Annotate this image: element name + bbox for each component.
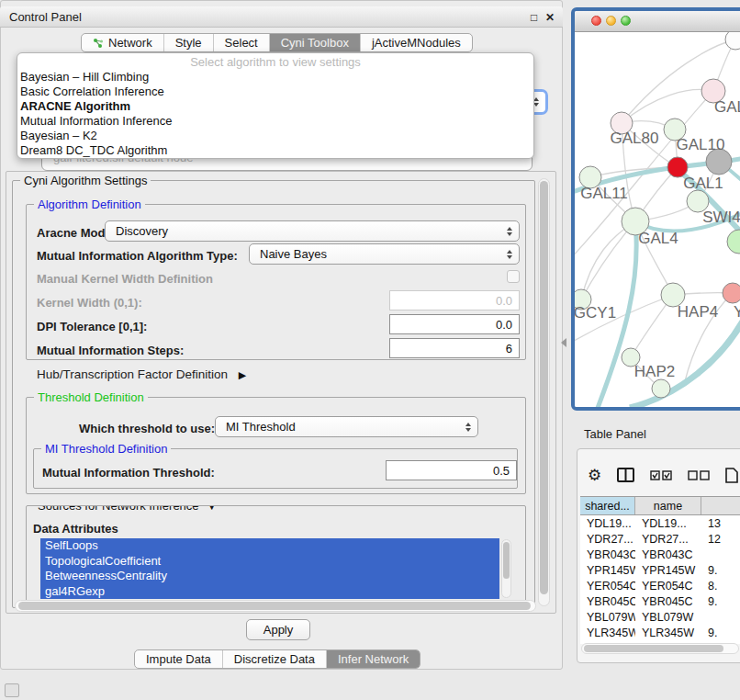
tab-jactivemnodules-label: jActiveMNodules bbox=[372, 36, 461, 50]
cell-name: YBL079W bbox=[635, 611, 701, 624]
mi-threshold-field[interactable]: 0.5 bbox=[386, 460, 517, 480]
dropdown-item[interactable]: Bayesian – Hill Climbing bbox=[17, 70, 533, 85]
settings-vertical-scrollbar[interactable] bbox=[538, 178, 550, 606]
network-node-salmon[interactable] bbox=[723, 283, 740, 303]
network-canvas[interactable]: GAL GAL80 GAL10 GAL1 GAL11 SWI4 GAL4 GCY… bbox=[575, 32, 740, 408]
tab-cyni-toolbox[interactable]: Cyni Toolbox bbox=[269, 34, 360, 51]
tab-discretize-data[interactable]: Discretize Data bbox=[222, 650, 326, 668]
cell-col3: 9. bbox=[701, 627, 740, 639]
document-icon[interactable] bbox=[725, 468, 738, 483]
node-label: GAL4 bbox=[638, 230, 678, 247]
cell-col3: 12 bbox=[701, 533, 740, 546]
cell-col3: 13 bbox=[701, 517, 740, 530]
tab-impute-data[interactable]: Impute Data bbox=[135, 650, 222, 668]
splitter-collapse-arrow-icon[interactable] bbox=[561, 338, 566, 347]
attribute-item-selected[interactable]: TopologicalCoefficient bbox=[40, 554, 499, 570]
which-threshold-label: Which threshold to use: bbox=[79, 422, 215, 435]
node-label: GAL bbox=[714, 98, 740, 116]
select-all-checkboxes-icon[interactable] bbox=[650, 470, 672, 480]
mi-algorithm-type-label: Mutual Information Algorithm Type: bbox=[37, 249, 238, 263]
table-row[interactable]: YER054C YER054C 8. bbox=[580, 578, 740, 593]
cell-name: YER054C bbox=[635, 580, 701, 593]
table-horizontal-scrollbar[interactable] bbox=[581, 643, 739, 654]
mi-algorithm-type-combobox[interactable]: Naive Bayes bbox=[249, 243, 520, 265]
tab-jactivemnodules[interactable]: jActiveMNodules bbox=[360, 34, 472, 51]
network-node-green[interactable] bbox=[727, 230, 740, 254]
tab-impute-data-label: Impute Data bbox=[146, 652, 211, 666]
node-label: HAP2 bbox=[634, 363, 675, 380]
dropdown-item[interactable]: Basic Correlation Inference bbox=[17, 85, 533, 99]
data-attributes-list: SelfLoops TopologicalCoefficient Between… bbox=[40, 538, 499, 599]
gear-icon[interactable]: ⚙ bbox=[588, 468, 601, 483]
sources-title: Sources for Network Inference bbox=[38, 505, 199, 513]
column-header-partial[interactable] bbox=[701, 497, 740, 514]
tab-infer-network[interactable]: Infer Network bbox=[326, 650, 420, 668]
hub-definition-toggle[interactable]: Hub/Transcription Factor Definition ▶ bbox=[37, 367, 246, 381]
cell-name: YBR045C bbox=[635, 595, 701, 608]
network-window-titlebar bbox=[575, 11, 740, 32]
network-node[interactable] bbox=[652, 379, 670, 398]
minimize-traffic-light-icon[interactable] bbox=[606, 16, 616, 26]
kernel-width-label: Kernel Width (0,1): bbox=[37, 296, 142, 310]
hub-definition-label: Hub/Transcription Factor Definition bbox=[37, 367, 228, 381]
split-columns-icon[interactable] bbox=[617, 468, 634, 482]
attribute-item-selected[interactable]: SelfLoops bbox=[40, 538, 499, 554]
dropdown-item[interactable]: Dream8 DC_TDC Algorithm bbox=[17, 143, 533, 158]
column-header-name[interactable]: name bbox=[635, 497, 701, 514]
tab-select[interactable]: Select bbox=[213, 34, 269, 51]
apply-button[interactable]: Apply bbox=[246, 619, 310, 640]
table-header-row: shared... name bbox=[580, 496, 740, 515]
manual-kernel-width-checkbox[interactable] bbox=[507, 270, 520, 283]
attribute-item-selected[interactable]: BetweennessCentrality bbox=[40, 569, 499, 584]
deselect-all-checkboxes-icon[interactable] bbox=[688, 470, 710, 480]
combo-arrows-icon bbox=[507, 227, 512, 236]
float-window-icon[interactable]: □ bbox=[531, 11, 537, 24]
attribute-item-selected[interactable]: gal4RGexp bbox=[40, 584, 499, 600]
node-label: GAL10 bbox=[677, 136, 725, 153]
network-view-window[interactable]: GAL GAL80 GAL10 GAL1 GAL11 SWI4 GAL4 GCY… bbox=[571, 7, 740, 411]
column-header-shared[interactable]: shared... bbox=[580, 497, 635, 514]
table-body: YDL19... YDL19... 13 YDR27... YDR27... 1… bbox=[580, 515, 740, 644]
dropdown-item[interactable]: Mutual Information Inference bbox=[17, 114, 533, 129]
table-row[interactable]: YLR345W YLR345W 9. bbox=[580, 625, 740, 640]
settings-vertical-scrollbar-thumb[interactable] bbox=[540, 181, 548, 594]
mi-algorithm-type-value: Naive Bayes bbox=[260, 247, 327, 261]
table-row[interactable]: YBL079W YBL079W bbox=[580, 609, 740, 625]
settings-horizontal-scrollbar[interactable] bbox=[15, 600, 536, 612]
attributes-vertical-scrollbar[interactable] bbox=[501, 539, 511, 598]
tab-network[interactable]: Network bbox=[82, 34, 163, 51]
sources-title-wrap[interactable]: Sources for Network Inference ▼ bbox=[34, 505, 220, 513]
dropdown-item[interactable]: Bayesian – K2 bbox=[17, 129, 533, 143]
table-row[interactable]: YDR27... YDR27... 12 bbox=[580, 531, 740, 547]
close-window-icon[interactable]: ✕ bbox=[545, 11, 555, 24]
minimized-panel-icon[interactable] bbox=[5, 683, 19, 697]
kernel-width-field[interactable]: 0.0 bbox=[389, 290, 520, 310]
screen: { "icons": { "close": "✕", "float": "□",… bbox=[0, 0, 740, 700]
mi-steps-label: Mutual Information Steps: bbox=[37, 344, 184, 357]
close-traffic-light-icon[interactable] bbox=[591, 16, 601, 26]
attributes-vertical-scrollbar-thumb[interactable] bbox=[503, 542, 510, 579]
cell-name: YDR27... bbox=[635, 533, 701, 546]
settings-horizontal-scrollbar-thumb[interactable] bbox=[18, 602, 531, 610]
table-row[interactable]: YDL19... YDL19... 13 bbox=[580, 515, 740, 531]
data-attributes-label: Data Attributes bbox=[33, 522, 118, 536]
dpi-tolerance-field[interactable]: 0.0 bbox=[389, 314, 520, 334]
network-icon bbox=[93, 38, 104, 49]
mi-steps-field[interactable]: 6 bbox=[389, 338, 520, 358]
expand-right-triangle-icon: ▶ bbox=[239, 369, 246, 381]
table-row[interactable]: YPR145W YPR145W 9. bbox=[580, 562, 740, 578]
table-row[interactable]: YBR045C YBR045C 9. bbox=[580, 593, 740, 609]
dropdown-item-selected[interactable]: ARACNE Algorithm bbox=[17, 99, 533, 114]
network-node[interactable] bbox=[725, 32, 740, 50]
zoom-traffic-light-icon[interactable] bbox=[621, 16, 631, 26]
node-label: GCY1 bbox=[575, 304, 616, 322]
collapse-down-triangle-icon: ▼ bbox=[207, 505, 217, 512]
aracne-mode-combobox[interactable]: Discovery bbox=[105, 220, 520, 242]
table-row[interactable]: YBR043C YBR043C bbox=[580, 547, 740, 562]
cell-shared: YBR045C bbox=[580, 595, 635, 608]
table-horizontal-scrollbar-thumb[interactable] bbox=[584, 645, 723, 652]
tab-style[interactable]: Style bbox=[163, 34, 213, 51]
which-threshold-combobox[interactable]: MI Threshold bbox=[215, 416, 478, 437]
threshold-definition-title: Threshold Definition bbox=[34, 390, 148, 404]
node-label: GAL80 bbox=[611, 130, 659, 147]
